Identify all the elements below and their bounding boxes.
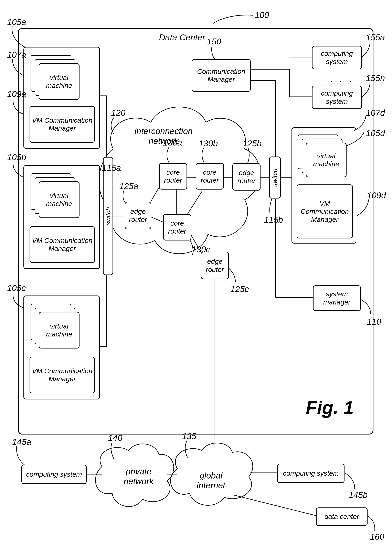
- vm-105b-label: virtualmachine: [46, 192, 72, 208]
- vmcm-105c-label: VM CommunicationManager: [32, 367, 93, 383]
- computing-system-155a-label: computingsystem: [321, 50, 353, 65]
- core-router-c-label: corerouter: [168, 219, 186, 235]
- ref-155a: 155a: [366, 33, 385, 42]
- system-manager: systemmanager: [313, 285, 361, 311]
- core-router-b: corerouter: [196, 163, 224, 190]
- ref-107a: 107a: [7, 50, 26, 60]
- comm-manager-label: CommunicationManager: [197, 68, 245, 83]
- vm-105d: virtualmachine: [306, 143, 347, 177]
- svg-line-5: [188, 192, 202, 214]
- figure-label: Fig. 1: [306, 397, 354, 418]
- computing-system-145b-label: computing system: [283, 469, 339, 477]
- ref-150: 150: [207, 37, 221, 46]
- switch-b: switch: [269, 157, 281, 199]
- vm-105c-label: virtualmachine: [46, 322, 72, 338]
- edge-router-b: edgerouter: [232, 163, 261, 191]
- ref-109d: 109d: [367, 191, 386, 200]
- edge-router-b-label: edgerouter: [237, 169, 256, 185]
- vmcm-105b-label: VM CommunicationManager: [32, 237, 93, 253]
- ref-115b: 115b: [264, 215, 283, 225]
- global-internet-label: global internet: [188, 471, 235, 490]
- ref-130c: 130c: [192, 244, 210, 254]
- ref-125b: 125b: [243, 139, 261, 148]
- ref-135: 135: [182, 431, 196, 441]
- computing-system-145b: computing system: [277, 464, 345, 483]
- ref-105d: 105d: [366, 128, 385, 138]
- svg-line-2: [151, 217, 163, 222]
- computing-system-145a-label: computing system: [26, 470, 82, 478]
- data-center-title: Data Center: [159, 33, 205, 42]
- computing-system-155a: computingsystem: [312, 46, 362, 69]
- edge-router-a: edgerouter: [125, 202, 151, 229]
- edge-router-a-label: edgerouter: [129, 208, 147, 223]
- private-network-label: privatenetwork: [114, 467, 163, 486]
- computing-system-155n: computingsystem: [312, 86, 362, 109]
- ref-145b: 145b: [348, 490, 367, 500]
- ref-120: 120: [111, 108, 125, 118]
- switch-a: switch: [103, 157, 113, 275]
- vmcm-105a-label: VM CommunicationManager: [32, 116, 93, 132]
- ref-107d: 107d: [366, 108, 385, 118]
- comm-manager: CommunicationManager: [192, 59, 251, 92]
- vm-105d-label: virtualmachine: [313, 152, 340, 168]
- vmcm-105b: VM CommunicationManager: [30, 226, 95, 263]
- core-router-a-label: corerouter: [164, 168, 182, 184]
- ref-105a: 105a: [7, 17, 26, 27]
- core-router-a: corerouter: [159, 163, 187, 190]
- ref-105b: 105b: [7, 152, 26, 162]
- vmcm-105d: VM CommunicationManager: [296, 184, 353, 238]
- ref-130b: 130b: [199, 139, 218, 148]
- ref-155n: 155n: [366, 73, 385, 83]
- ref-125a: 125a: [119, 181, 138, 191]
- computing-system-145a: computing system: [21, 465, 87, 484]
- vm-105a: virtualmachine: [39, 63, 79, 100]
- ref-145a: 145a: [12, 437, 31, 447]
- core-router-c: corerouter: [163, 214, 191, 241]
- core-router-b-label: corerouter: [201, 168, 219, 184]
- vmcm-105a: VM CommunicationManager: [30, 106, 95, 143]
- edge-router-c-label: edgerouter: [206, 257, 224, 273]
- vm-105a-label: virtualmachine: [46, 74, 72, 89]
- ref-140: 140: [108, 433, 122, 443]
- ellipsis: . . .: [330, 73, 354, 85]
- edge-router-c: edgerouter: [201, 252, 229, 279]
- ref-109a: 109a: [7, 89, 26, 99]
- system-manager-label: systemmanager: [323, 290, 350, 306]
- computing-system-155n-label: computingsystem: [321, 89, 353, 105]
- vm-105c: virtualmachine: [39, 312, 79, 349]
- switch-b-label: switch: [271, 168, 279, 187]
- ref-115a: 115a: [102, 163, 121, 173]
- ref-130a: 130a: [163, 138, 182, 148]
- ref-105c: 105c: [7, 283, 26, 293]
- vmcm-105d-label: VM CommunicationManager: [298, 200, 351, 223]
- switch-a-label: switch: [104, 207, 112, 225]
- ref-110: 110: [367, 317, 381, 327]
- vm-105b: virtualmachine: [39, 181, 79, 218]
- ref-160: 160: [370, 532, 384, 542]
- svg-line-27: [235, 495, 316, 516]
- svg-line-1: [151, 187, 159, 201]
- ref-100: 100: [255, 10, 269, 20]
- ref-125c: 125c: [230, 284, 249, 294]
- data-center-ext: data center: [316, 507, 367, 526]
- vmcm-105c: VM CommunicationManager: [30, 357, 95, 393]
- data-center-ext-label: data center: [324, 513, 359, 521]
